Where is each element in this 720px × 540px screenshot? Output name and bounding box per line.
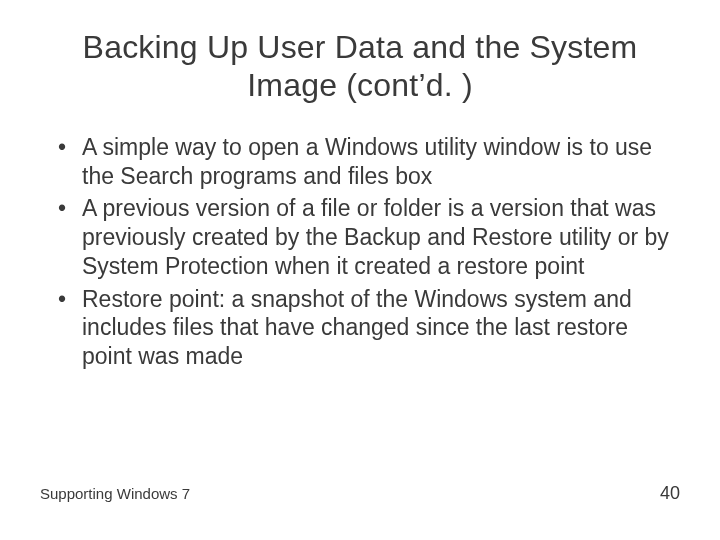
page-number: 40 [660,483,680,504]
bullet-list: A simple way to open a Windows utility w… [40,133,680,371]
list-item: Restore point: a snapshot of the Windows… [58,285,680,371]
slide-title: Backing Up User Data and the System Imag… [40,28,680,105]
list-item: A simple way to open a Windows utility w… [58,133,680,191]
list-item: A previous version of a file or folder i… [58,194,680,280]
footer: Supporting Windows 7 40 [40,483,680,504]
footer-source: Supporting Windows 7 [40,485,190,502]
slide: Backing Up User Data and the System Imag… [0,0,720,540]
